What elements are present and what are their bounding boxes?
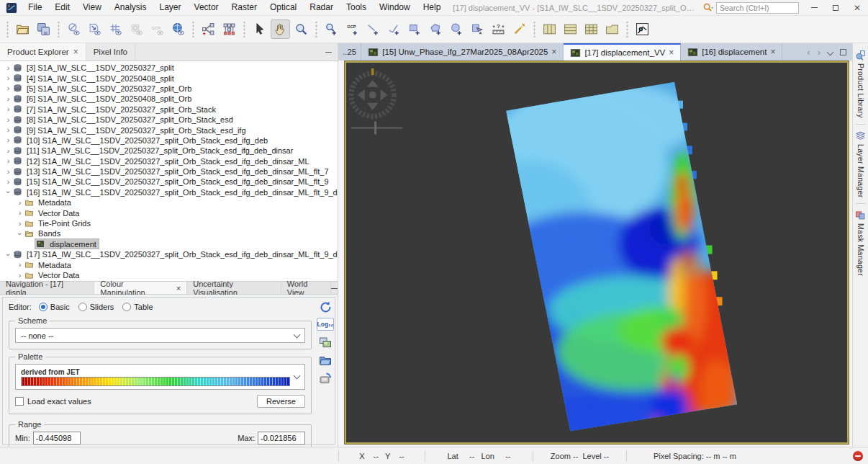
tree-item-3-s1a-iw-slc-1sdv-20250327-split[interactable]: ›[3] S1A_IW_SLC__1SDV_20250327_split xyxy=(0,63,338,73)
menu-layer[interactable]: Layer xyxy=(153,0,188,15)
scheme-select[interactable]: -- none -- xyxy=(15,328,305,343)
expander-chevron-icon[interactable]: › xyxy=(16,220,24,228)
grid-overlay-button[interactable] xyxy=(106,19,125,39)
gcp-insert-tool-button[interactable]: GCP xyxy=(343,19,362,39)
expander-chevron-icon[interactable]: › xyxy=(4,105,12,113)
pin-visibility-button[interactable] xyxy=(64,19,83,39)
tree-item-10-s1a-iw-slc-1sdv-20250327-split-orb-st[interactable]: ›[10] S1A_IW_SLC__1SDV_20250327_split_Or… xyxy=(0,135,338,146)
view-tab-17-displacement-vv[interactable]: [17] displacement_VV× xyxy=(564,43,681,61)
multi-apply-button[interactable] xyxy=(317,334,333,350)
expander-chevron-icon[interactable]: › xyxy=(4,136,12,144)
expander-chevron-icon[interactable]: › xyxy=(4,74,12,82)
tree-item-11-s1a-iw-slc-1sdv-20250327-split-orb-st[interactable]: ›[11] S1A_IW_SLC__1SDV_20250327_split_Or… xyxy=(0,146,338,156)
zoom-plus-tool-button[interactable] xyxy=(322,19,341,39)
tree-item-tie-point-grids[interactable]: ›Tie-Point Grids xyxy=(0,218,338,228)
tree-item-4-s1a-iw-slc-1sdv-20250408-split[interactable]: ›[4] S1A_IW_SLC__1SDV_20250408_split xyxy=(0,73,338,83)
image-canvas[interactable] xyxy=(347,63,846,442)
range-max-input[interactable] xyxy=(258,432,305,445)
expander-chevron-icon[interactable]: › xyxy=(4,168,12,176)
tree-item-vector-data[interactable]: ›Vector Data xyxy=(0,208,338,218)
graph-builder-button[interactable] xyxy=(199,19,218,39)
tabs-scroll-left-icon[interactable]: ‹ xyxy=(807,48,810,57)
radio-basic[interactable] xyxy=(39,303,48,311)
open-product-button[interactable] xyxy=(13,19,32,39)
tile-vertically-button[interactable] xyxy=(540,19,559,39)
reset-defaults-button[interactable] xyxy=(317,298,333,314)
view-tab-16-displacement[interactable]: [16] displacement× xyxy=(681,43,782,61)
selection-tool-button[interactable] xyxy=(250,19,269,39)
close-tab-icon[interactable]: × xyxy=(73,48,78,56)
expander-chevron-icon[interactable]: › xyxy=(16,261,24,269)
measurement-tool-button[interactable]: ? xyxy=(489,19,508,39)
maximize-button[interactable] xyxy=(825,0,846,15)
expander-chevron-icon[interactable]: › xyxy=(4,147,12,155)
world-map-layer-button[interactable] xyxy=(168,19,188,39)
tile-grid-button[interactable] xyxy=(582,19,601,39)
tree-item-metadata[interactable]: ›Metadata xyxy=(0,259,338,269)
save-product-button[interactable] xyxy=(34,19,53,39)
expander-chevron-icon[interactable]: › xyxy=(4,84,12,92)
close-tab-icon[interactable]: × xyxy=(770,47,775,57)
minimize-panel-icon[interactable] xyxy=(331,288,338,289)
tree-item-12-s1a-iw-slc-1sdv-20250327-split-orb-st[interactable]: ›[12] S1A_IW_SLC__1SDV_20250327_split_Or… xyxy=(0,156,338,166)
pan-tool-button[interactable] xyxy=(271,19,290,39)
expander-chevron-icon[interactable]: › xyxy=(4,188,12,196)
memory-indicator-icon[interactable] xyxy=(853,451,863,461)
editor-option-table[interactable]: Table xyxy=(122,303,153,311)
reverse-button[interactable]: Reverse xyxy=(257,395,305,408)
close-tab-icon[interactable]: × xyxy=(176,284,181,293)
import-vector-button[interactable] xyxy=(85,19,104,39)
tree-item-6-s1a-iw-slc-1sdv-20250408-split-orb[interactable]: ›[6] S1A_IW_SLC__1SDV_20250408_split_Orb xyxy=(0,94,338,104)
close-tab-icon[interactable]: × xyxy=(551,47,556,57)
polygon-tool-button[interactable] xyxy=(426,19,446,39)
minimize-button[interactable] xyxy=(803,0,825,15)
tabs-list-chevron-icon[interactable] xyxy=(827,48,834,55)
tree-item-13-s1a-iw-slc-1sdv-20250327-split-orb-st[interactable]: ›[13] S1A_IW_SLC__1SDV_20250327_split_Or… xyxy=(0,166,338,177)
tree-item-5-s1a-iw-slc-1sdv-20250327-split-orb[interactable]: ›[5] S1A_IW_SLC__1SDV_20250327_split_Orb xyxy=(0,84,338,94)
tree-item-8-s1a-iw-slc-1sdv-20250327-split-orb-sta[interactable]: ›[8] S1A_IW_SLC__1SDV_20250327_split_Orb… xyxy=(0,115,338,125)
tree-item-bands[interactable]: ›Bands xyxy=(0,228,338,238)
menu-edit[interactable]: Edit xyxy=(48,0,76,15)
expander-chevron-icon[interactable]: › xyxy=(4,126,12,134)
editor-option-sliders[interactable]: Sliders xyxy=(78,303,114,311)
minimize-panel-icon[interactable] xyxy=(325,52,332,53)
tab-uncertainty-visualisation[interactable]: Uncertainty Visualisation xyxy=(187,282,281,294)
menu-help[interactable]: Help xyxy=(417,0,448,15)
tabs-scroll-right-icon[interactable]: › xyxy=(818,48,820,57)
view-tab-15-unw-phase-ifg-27mar2025-08apr2025[interactable]: [15] Unw_Phase_ifg_27Mar2025_08Apr2025× xyxy=(361,43,564,61)
expander-chevron-icon[interactable]: › xyxy=(4,251,12,259)
expander-chevron-icon[interactable]: › xyxy=(16,230,24,238)
expander-chevron-icon[interactable]: › xyxy=(16,272,24,280)
line-tool-button[interactable] xyxy=(363,19,383,39)
export-palette-button[interactable] xyxy=(317,370,333,386)
palette-select[interactable]: derived from JET xyxy=(15,364,305,390)
tree-item-9-s1a-iw-slc-1sdv-20250327-split-orb-sta[interactable]: ›[9] S1A_IW_SLC__1SDV_20250327_split_Orb… xyxy=(0,125,338,135)
pan-compass-control[interactable] xyxy=(351,68,394,117)
tile-horizontally-button[interactable] xyxy=(561,19,580,39)
menu-raster[interactable]: Raster xyxy=(225,0,263,15)
tree-item-17-s1a-iw-slc-1sdv-20250327-split-orb-st[interactable]: ›[17] S1A_IW_SLC__1SDV_20250327_split_Or… xyxy=(0,249,338,259)
zoom-tool-button[interactable] xyxy=(291,19,311,39)
rail-item-layer-manager[interactable]: Layer Manager xyxy=(855,126,866,202)
radio-table[interactable] xyxy=(122,303,131,311)
rail-item-mask-manager[interactable]: Mask Manager xyxy=(855,205,866,280)
maximize-view-icon[interactable] xyxy=(840,49,846,55)
ellipse-tool-button[interactable] xyxy=(447,19,466,39)
expander-chevron-icon[interactable]: › xyxy=(16,199,24,207)
close-button[interactable]: ✕ xyxy=(846,0,868,15)
menu-radar[interactable]: Radar xyxy=(303,0,340,15)
zoom-slider[interactable] xyxy=(351,122,402,135)
expander-chevron-icon[interactable]: › xyxy=(4,95,12,103)
tab-navigation-17-displa[interactable]: Navigation - [17] displa... xyxy=(0,282,94,294)
expander-chevron-icon[interactable]: › xyxy=(4,157,12,165)
import-palette-button[interactable] xyxy=(317,352,333,368)
tab-product-explorer[interactable]: Product Explorer× xyxy=(0,43,86,61)
batch-processing-button[interactable] xyxy=(220,19,239,39)
rail-item-product-library[interactable]: Product Library xyxy=(855,45,866,122)
radio-sliders[interactable] xyxy=(78,303,87,311)
menu-file[interactable]: File xyxy=(22,0,48,15)
menu-view[interactable]: View xyxy=(76,0,108,15)
tab-world-view[interactable]: World View xyxy=(281,282,331,294)
close-tab-icon[interactable]: × xyxy=(669,48,674,58)
range-min-input[interactable] xyxy=(33,432,81,445)
